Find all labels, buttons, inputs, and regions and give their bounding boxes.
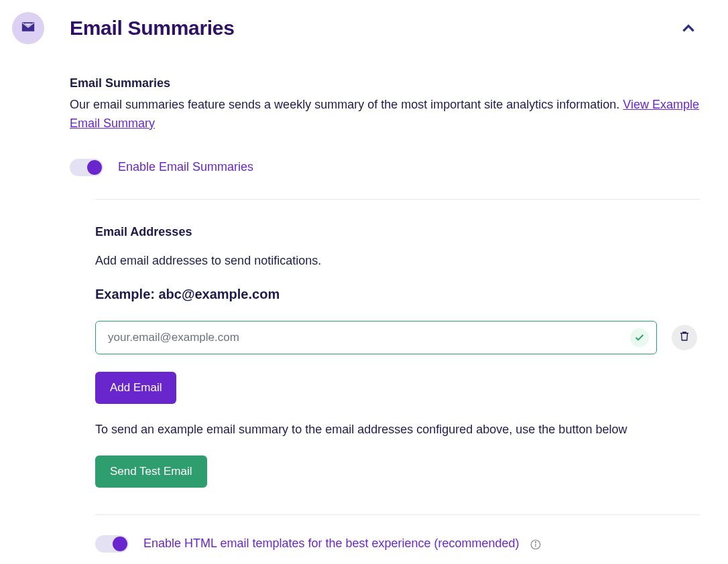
toggle-knob [87, 160, 102, 175]
envelope-icon [21, 20, 35, 36]
addresses-description: Add email addresses to send notification… [95, 254, 700, 268]
intro-heading: Email Summaries [70, 76, 700, 90]
enable-summaries-label: Enable Email Summaries [118, 160, 253, 174]
valid-check-icon [630, 328, 649, 347]
trash-icon [678, 330, 690, 345]
delete-email-button[interactable] [672, 325, 697, 350]
enable-html-toggle[interactable] [95, 535, 129, 553]
divider [95, 514, 700, 515]
test-email-description: To send an example email summary to the … [95, 423, 700, 437]
addresses-heading: Email Addresses [95, 225, 700, 239]
send-test-email-button[interactable]: Send Test Email [95, 455, 207, 488]
toggle-knob [113, 537, 127, 551]
add-email-button[interactable]: Add Email [95, 372, 176, 404]
divider [95, 199, 700, 200]
enable-summaries-toggle[interactable] [70, 159, 103, 176]
email-address-input[interactable] [95, 321, 657, 354]
svg-point-2 [535, 541, 536, 542]
envelope-icon-circle [12, 12, 44, 44]
intro-description-text: Our email summaries feature sends a week… [70, 98, 619, 111]
page-title: Email Summaries [70, 17, 235, 40]
chevron-up-icon [680, 28, 697, 40]
addresses-example: Example: abc@example.com [95, 287, 700, 302]
info-icon[interactable] [530, 539, 542, 551]
enable-html-label-text: Enable HTML email templates for the best… [143, 537, 520, 550]
collapse-toggle[interactable] [680, 20, 697, 40]
enable-html-label: Enable HTML email templates for the best… [143, 537, 542, 551]
intro-description: Our email summaries feature sends a week… [70, 96, 700, 133]
